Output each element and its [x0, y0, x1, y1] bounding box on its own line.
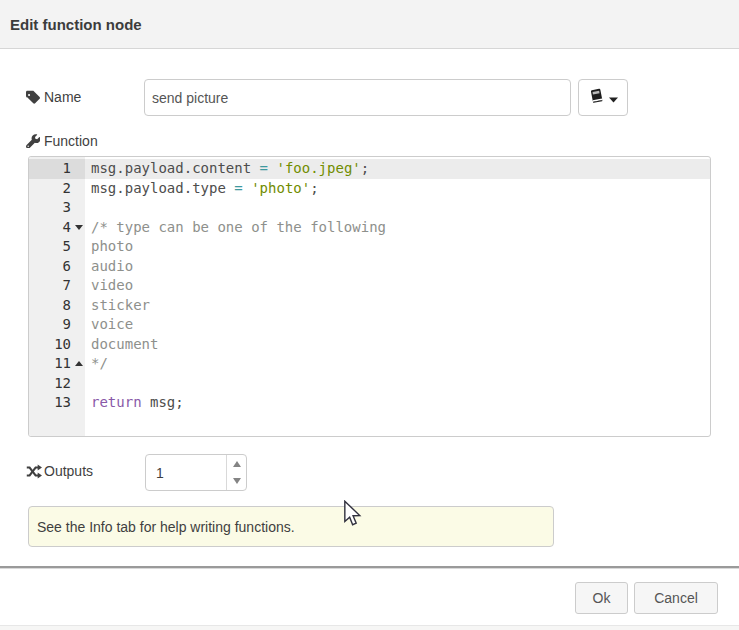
gutter-line-number: 1 [29, 159, 85, 179]
outputs-label-text: Outputs [44, 463, 93, 479]
book-icon [589, 88, 604, 108]
code-line[interactable] [85, 198, 710, 218]
wrench-icon [26, 134, 44, 148]
code-editor[interactable]: 12345678910111213 msg.payload.content = … [28, 156, 711, 437]
code-line[interactable]: audio [85, 257, 710, 277]
gutter-line-number: 13 [29, 393, 85, 413]
spinner-buttons [226, 455, 246, 490]
code-line[interactable]: */ [85, 354, 710, 374]
editor-scroller[interactable]: msg.payload.content = 'foo.jpeg';msg.pay… [85, 157, 710, 436]
code-line[interactable]: return msg; [85, 393, 710, 413]
fold-close-icon[interactable] [74, 359, 84, 369]
outputs-input[interactable] [146, 455, 227, 490]
gutter-line-number: 9 [29, 315, 85, 335]
outputs-label: Outputs [26, 463, 93, 479]
buttonpane-divider [0, 566, 739, 569]
code-line[interactable]: video [85, 276, 710, 296]
gutter-line-number: 4 [29, 218, 85, 238]
outputs-spinner [145, 454, 247, 491]
name-label-text: Name [44, 89, 81, 105]
gutter-line-number: 6 [29, 257, 85, 277]
ok-button[interactable]: Ok [575, 582, 628, 614]
dialog-title: Edit function node [10, 16, 142, 33]
gutter-line-number: 10 [29, 335, 85, 355]
spinner-down-icon[interactable] [227, 473, 246, 491]
code-line[interactable]: sticker [85, 296, 710, 316]
tag-icon [26, 90, 44, 104]
gutter-line-number: 7 [29, 276, 85, 296]
code-line[interactable]: /* type can be one of the following [85, 218, 710, 238]
code-line[interactable]: photo [85, 237, 710, 257]
info-tip: See the Info tab for help writing functi… [28, 506, 554, 547]
dialog-bottom-edge [0, 625, 739, 630]
gutter-line-number: 3 [29, 198, 85, 218]
library-button[interactable] [578, 79, 628, 116]
function-label: Function [26, 133, 98, 149]
cancel-button[interactable]: Cancel [634, 582, 718, 614]
name-label: Name [26, 89, 81, 105]
code-line[interactable]: document [85, 335, 710, 355]
code-line[interactable]: voice [85, 315, 710, 335]
code-line[interactable]: msg.payload.content = 'foo.jpeg'; [85, 159, 710, 179]
gutter-line-number: 8 [29, 296, 85, 316]
spinner-up-icon[interactable] [227, 455, 246, 473]
gutter-line-number: 11 [29, 354, 85, 374]
info-tip-text: See the Info tab for help writing functi… [37, 519, 295, 535]
shuffle-icon [26, 464, 44, 479]
mouse-cursor-icon [344, 500, 362, 531]
fold-open-icon[interactable] [74, 222, 84, 232]
gutter-line-number: 2 [29, 179, 85, 199]
function-label-text: Function [44, 133, 98, 149]
code-line[interactable] [85, 374, 710, 394]
dialog-titlebar: Edit function node [0, 0, 739, 49]
gutter-line-number: 12 [29, 374, 85, 394]
gutter-line-number: 5 [29, 237, 85, 257]
editor-gutter: 12345678910111213 [29, 157, 85, 436]
caret-down-icon [609, 89, 618, 107]
name-input[interactable] [144, 79, 571, 116]
code-line[interactable]: msg.payload.type = 'photo'; [85, 179, 710, 199]
